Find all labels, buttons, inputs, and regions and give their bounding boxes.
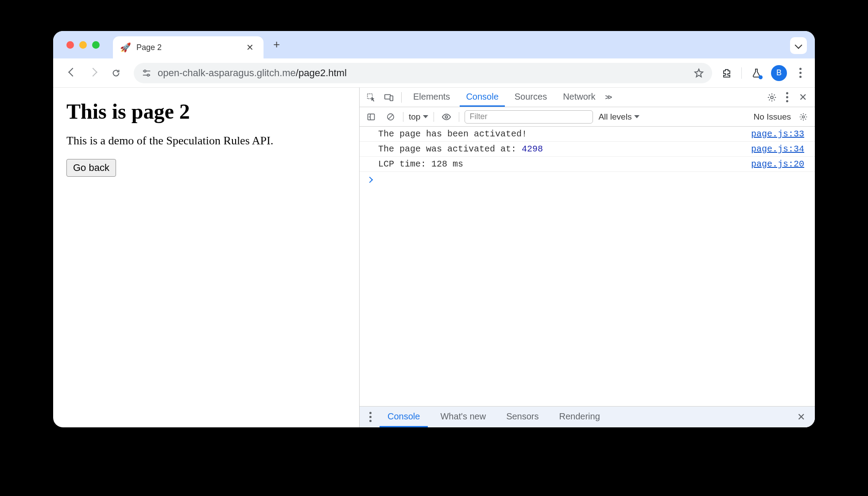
back-button[interactable]: [63, 64, 81, 82]
issues-button[interactable]: No Issues: [754, 112, 791, 122]
console-settings-button[interactable]: [796, 110, 810, 124]
extension-icon: [721, 68, 732, 78]
minimize-window-button[interactable]: [79, 41, 87, 49]
window-controls: [66, 41, 100, 49]
drawer-tab-whatsnew[interactable]: What's new: [432, 407, 494, 427]
log-row: The page was activated at: 4298 page.js:…: [360, 142, 815, 157]
devtools-menu-button[interactable]: [783, 90, 792, 104]
site-settings-icon[interactable]: [142, 68, 151, 78]
tab-sources[interactable]: Sources: [508, 88, 553, 107]
devtools-close-button[interactable]: ✕: [795, 90, 810, 105]
page-description: This is a demo of the Speculation Rules …: [66, 134, 346, 147]
tab-title: Page 2: [136, 43, 238, 52]
log-source-link[interactable]: page.js:34: [751, 144, 810, 154]
labs-button[interactable]: [751, 67, 762, 79]
drawer-menu-button[interactable]: [366, 410, 375, 424]
live-expression-button[interactable]: [439, 110, 453, 124]
device-toolbar-button[interactable]: [382, 90, 396, 105]
gear-icon: [767, 93, 777, 102]
maximize-window-button[interactable]: [92, 41, 100, 49]
log-source-link[interactable]: page.js:20: [751, 159, 810, 169]
address-bar[interactable]: open-chalk-asparagus.glitch.me/page2.htm…: [134, 63, 712, 83]
clear-icon: [386, 112, 395, 121]
browser-toolbar: open-chalk-asparagus.glitch.me/page2.htm…: [53, 58, 815, 88]
toolbar-separator: [741, 67, 742, 79]
tab-network[interactable]: Network: [557, 88, 601, 107]
log-source-link[interactable]: page.js:33: [751, 129, 810, 139]
dropdown-triangle-icon: [634, 115, 639, 118]
svg-rect-3: [385, 94, 391, 99]
drawer-close-button[interactable]: ✕: [794, 410, 809, 425]
reload-icon: [111, 68, 121, 78]
svg-point-0: [144, 70, 146, 72]
browser-menu-button[interactable]: [796, 66, 805, 80]
close-window-button[interactable]: [66, 41, 74, 49]
tune-icon: [142, 68, 151, 78]
new-tab-button[interactable]: +: [273, 38, 280, 51]
extensions-button[interactable]: [721, 67, 732, 79]
forward-button[interactable]: [85, 64, 103, 82]
prompt-caret-icon: [368, 174, 372, 185]
svg-point-5: [771, 96, 773, 99]
tab-strip: 🚀 Page 2 ✕ +: [53, 31, 815, 58]
tab-search-button[interactable]: [790, 37, 807, 54]
svg-point-9: [802, 116, 805, 118]
page-heading: This is page 2: [66, 99, 346, 124]
bookmark-button[interactable]: [694, 68, 704, 78]
clear-console-button[interactable]: [384, 110, 398, 124]
browser-window: 🚀 Page 2 ✕ + open-chalk-asparagus.glitc: [53, 31, 815, 427]
console-filter-input[interactable]: [465, 110, 593, 124]
go-back-button[interactable]: Go back: [66, 159, 116, 177]
devtools-tabbar: Elements Console Sources Network >> ✕: [360, 88, 815, 107]
notification-dot-icon: [759, 75, 763, 79]
eye-icon: [442, 112, 451, 122]
console-output[interactable]: The page has been activated! page.js:33 …: [360, 127, 815, 406]
devtools-drawer: Console What's new Sensors Rendering ✕: [360, 406, 815, 427]
console-prompt[interactable]: [360, 172, 815, 187]
devtools-settings-button[interactable]: [765, 90, 779, 105]
tab-console[interactable]: Console: [460, 88, 504, 107]
svg-point-1: [147, 74, 149, 76]
dropdown-triangle-icon: [423, 115, 428, 118]
drawer-tab-rendering[interactable]: Rendering: [551, 407, 608, 427]
main-area: This is page 2 This is a demo of the Spe…: [53, 88, 815, 427]
drawer-tab-sensors[interactable]: Sensors: [498, 407, 546, 427]
inspect-icon: [366, 93, 376, 102]
reload-button[interactable]: [107, 64, 125, 82]
log-row: The page has been activated! page.js:33: [360, 127, 815, 142]
console-toolbar: top All levels No Issues: [360, 107, 815, 127]
svg-point-8: [446, 116, 448, 118]
sidebar-icon: [367, 112, 376, 121]
log-levels-selector[interactable]: All levels: [598, 112, 639, 122]
arrow-left-icon: [68, 69, 76, 77]
star-icon: [694, 68, 704, 78]
devices-icon: [384, 93, 394, 102]
page-viewport: This is page 2 This is a demo of the Spe…: [53, 88, 360, 427]
inspect-element-button[interactable]: [364, 90, 378, 105]
log-row: LCP time: 128 ms page.js:20: [360, 157, 815, 172]
gear-icon: [799, 112, 808, 121]
tab-elements[interactable]: Elements: [407, 88, 456, 107]
more-tabs-button[interactable]: >>: [605, 93, 611, 101]
browser-tab[interactable]: 🚀 Page 2 ✕: [113, 36, 264, 58]
context-selector[interactable]: top: [409, 112, 428, 122]
drawer-tab-console[interactable]: Console: [380, 407, 428, 427]
devtools-panel: Elements Console Sources Network >> ✕: [360, 88, 815, 427]
close-tab-button[interactable]: ✕: [244, 42, 256, 53]
svg-rect-4: [390, 96, 393, 101]
arrow-right-icon: [90, 69, 98, 77]
profile-avatar[interactable]: B: [771, 65, 787, 81]
chevron-down-icon: [796, 42, 801, 50]
console-sidebar-toggle[interactable]: [364, 110, 378, 124]
url-text: open-chalk-asparagus.glitch.me/page2.htm…: [158, 67, 347, 79]
tab-favicon-icon: 🚀: [120, 42, 131, 53]
